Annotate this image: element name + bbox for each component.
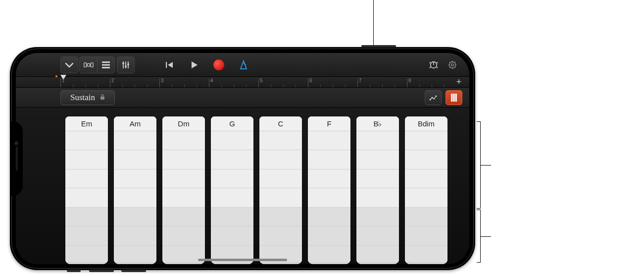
strip-segment[interactable] — [259, 208, 302, 226]
strip-segment[interactable] — [162, 226, 205, 245]
strip-segment[interactable] — [65, 131, 108, 150]
strips-icon — [450, 93, 457, 102]
strip-segment[interactable] — [405, 169, 447, 188]
chord-strip[interactable]: F — [308, 116, 350, 264]
cycle-indicator — [55, 75, 57, 77]
strip-segment[interactable] — [405, 131, 447, 150]
strip-segment[interactable] — [162, 246, 205, 264]
strip-segment[interactable] — [308, 208, 350, 226]
svg-point-9 — [125, 65, 127, 67]
track-settings-button[interactable] — [425, 56, 443, 73]
strip-segment[interactable] — [259, 150, 302, 169]
strip-segment[interactable] — [308, 169, 350, 188]
strip-segment[interactable] — [162, 208, 205, 226]
chord-label: C — [259, 116, 302, 131]
strip-segment[interactable] — [162, 131, 205, 150]
go-to-beginning-button[interactable] — [160, 56, 178, 73]
svg-point-11 — [127, 63, 129, 65]
strip-segment[interactable] — [356, 188, 399, 207]
strip-segment[interactable] — [405, 226, 447, 245]
strip-segment[interactable] — [308, 188, 350, 207]
chord-strip[interactable]: C — [259, 116, 302, 264]
strip-segment[interactable] — [308, 131, 350, 150]
instrument-controls: Sustain — [16, 88, 469, 108]
chord-strip[interactable]: B♭ — [356, 116, 399, 264]
chord-strip[interactable]: Bdim — [405, 116, 447, 264]
timeline-ruler[interactable]: 1 2 3 4 5 6 7 8 + — [16, 77, 469, 88]
sustain-button[interactable]: Sustain — [60, 90, 115, 105]
strip-segment[interactable] — [162, 150, 205, 169]
strip-segment[interactable] — [356, 131, 399, 150]
bar-number: 3 — [161, 78, 164, 83]
strip-segment[interactable] — [405, 246, 447, 264]
chord-strips-button[interactable] — [446, 90, 462, 105]
strip-segment[interactable] — [308, 246, 350, 264]
strip-segment[interactable] — [65, 246, 108, 264]
strip-segment[interactable] — [211, 208, 253, 226]
strip-segment[interactable] — [211, 246, 253, 264]
metronome-button[interactable] — [235, 56, 252, 73]
strip-segment[interactable] — [211, 150, 253, 169]
strip-segment[interactable] — [162, 188, 205, 207]
strip-segment[interactable] — [356, 246, 399, 264]
strip-segment[interactable] — [65, 188, 108, 207]
strip-segment[interactable] — [114, 188, 156, 207]
strip-segment[interactable] — [308, 226, 350, 245]
chord-label: Am — [114, 116, 156, 131]
strip-segment[interactable] — [405, 188, 447, 207]
strip-segment[interactable] — [259, 169, 302, 188]
strip-segment[interactable] — [259, 226, 302, 245]
strip-segment[interactable] — [114, 150, 156, 169]
strip-segment[interactable] — [114, 246, 156, 264]
svg-rect-2 — [91, 62, 93, 66]
strip-segment[interactable] — [259, 131, 302, 150]
strip-segment[interactable] — [356, 150, 399, 169]
strip-segment[interactable] — [65, 226, 108, 245]
chord-label: Bdim — [405, 116, 447, 131]
browser-button[interactable] — [79, 56, 97, 73]
strip-segment[interactable] — [259, 246, 302, 264]
strip-segment[interactable] — [356, 208, 399, 226]
strip-segment[interactable] — [211, 131, 253, 150]
strip-segment[interactable] — [405, 150, 447, 169]
chord-strip[interactable]: Dm — [162, 116, 205, 264]
home-indicator[interactable] — [198, 259, 287, 261]
strip-segment[interactable] — [308, 150, 350, 169]
front-camera — [14, 141, 19, 146]
bar-number: 7 — [359, 78, 362, 83]
strip-segment[interactable] — [211, 226, 253, 245]
svg-rect-5 — [102, 67, 110, 68]
strip-segment[interactable] — [114, 169, 156, 188]
add-section-button[interactable]: + — [453, 77, 464, 87]
record-button[interactable] — [210, 56, 228, 73]
chord-strip[interactable]: G — [211, 116, 253, 264]
strip-segment[interactable] — [259, 188, 302, 207]
strip-segment[interactable] — [114, 208, 156, 226]
tracks-button[interactable] — [97, 56, 115, 73]
strip-segment[interactable] — [356, 169, 399, 188]
strip-segment[interactable] — [65, 169, 108, 188]
chord-label: B♭ — [356, 116, 399, 131]
svg-rect-4 — [102, 64, 110, 65]
screen: 1 2 3 4 5 6 7 8 + Sustain — [16, 53, 469, 264]
callout-line — [373, 0, 374, 47]
bar-number: 4 — [210, 78, 213, 83]
browser-icon — [84, 60, 94, 70]
strip-segment[interactable] — [356, 226, 399, 245]
strip-segment[interactable] — [65, 208, 108, 226]
my-songs-button[interactable] — [60, 56, 78, 73]
scale-button[interactable] — [425, 90, 442, 105]
song-settings-button[interactable] — [444, 56, 461, 73]
strip-segment[interactable] — [114, 226, 156, 245]
chord-strip[interactable]: Am — [114, 116, 156, 264]
chord-strip[interactable]: Em — [65, 116, 108, 264]
strip-segment[interactable] — [162, 169, 205, 188]
strip-segment[interactable] — [405, 208, 447, 226]
strip-segment[interactable] — [65, 150, 108, 169]
svg-rect-0 — [84, 62, 86, 66]
strip-segment[interactable] — [211, 188, 253, 207]
play-button[interactable] — [185, 56, 203, 73]
strip-segment[interactable] — [114, 131, 156, 150]
strip-segment[interactable] — [211, 169, 253, 188]
track-controls-button[interactable] — [117, 56, 135, 73]
